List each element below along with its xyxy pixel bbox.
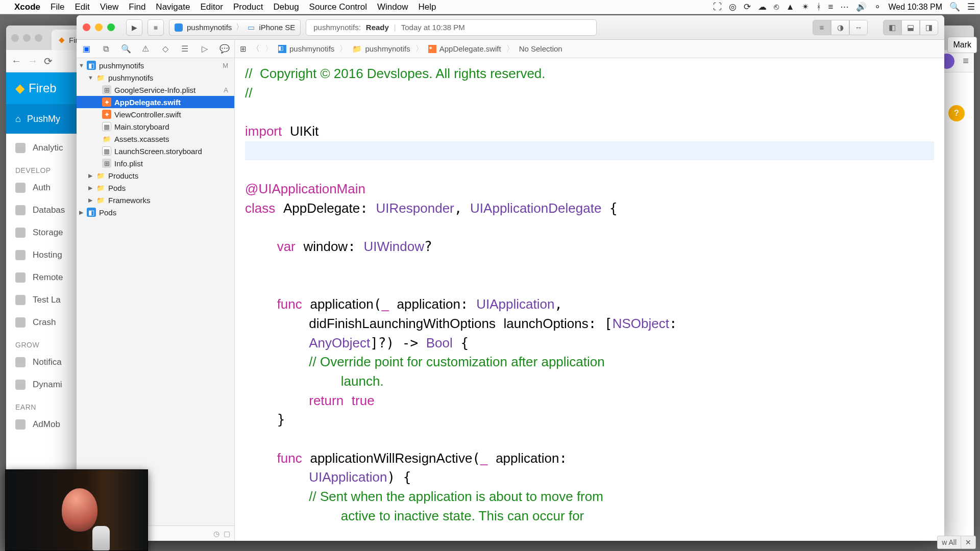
- file-tree[interactable]: ▼◧ pushmynotifs M ▼📁 pushmynotifs ⊞ Goog…: [77, 58, 234, 525]
- tree-row-file[interactable]: 📁 Assets.xcassets: [77, 133, 234, 145]
- sidebar-item-analytics[interactable]: Analytic: [6, 137, 82, 159]
- scm-filter-icon[interactable]: ▢: [224, 530, 230, 538]
- jumpbar-project[interactable]: ◧ pushmynotifs: [278, 44, 334, 53]
- traffic-dot[interactable]: [35, 34, 42, 42]
- sidebar-item-testlab[interactable]: Test La: [6, 289, 82, 311]
- tree-row-group[interactable]: ▶📁 Products: [77, 169, 234, 182]
- back-icon[interactable]: ←: [11, 55, 21, 67]
- tree-row-file[interactable]: ▦ Main.storyboard: [77, 120, 234, 133]
- jump-bar[interactable]: ⊞ 〈 〉 ◧ pushmynotifs 〉 📁 pushmynotifs 〉 …: [235, 40, 944, 58]
- scheme-selector[interactable]: pushmynotifs 〉 ▭ iPhone SE: [169, 19, 301, 36]
- menu-help[interactable]: Help: [418, 2, 436, 12]
- breakpoint-navigator-icon[interactable]: ▷: [198, 44, 211, 54]
- close-button[interactable]: [83, 23, 90, 31]
- related-items-icon[interactable]: ⊞: [240, 44, 247, 54]
- jump-forward-icon[interactable]: 〉: [265, 43, 273, 54]
- debug-navigator-icon[interactable]: ☰: [178, 44, 191, 54]
- volume-icon[interactable]: 🔊: [856, 2, 867, 12]
- sidebar-item-database[interactable]: Databas: [6, 199, 82, 221]
- project-navigator-icon[interactable]: ▣: [80, 44, 93, 54]
- menu-navigate[interactable]: Navigate: [156, 2, 190, 12]
- wifi-icon[interactable]: ⚬: [874, 2, 881, 12]
- menu-view[interactable]: View: [100, 2, 119, 12]
- menu-debug[interactable]: Debug: [273, 2, 299, 12]
- menubar-clock[interactable]: Wed 10:38 PM: [888, 3, 942, 12]
- menu-editor[interactable]: Editor: [200, 2, 223, 12]
- zoom-button[interactable]: [107, 23, 115, 31]
- mark-button[interactable]: Mark: [947, 37, 977, 53]
- toggle-navigator-button[interactable]: ◧: [883, 20, 901, 35]
- pill-all[interactable]: w All: [938, 536, 961, 548]
- jump-back-icon[interactable]: 〈: [252, 43, 260, 54]
- minimize-button[interactable]: [95, 23, 103, 31]
- toggle-utilities-button[interactable]: ◨: [920, 20, 938, 35]
- status-icon[interactable]: ⛶: [713, 2, 722, 12]
- bottom-pill[interactable]: w All ✕: [937, 536, 976, 549]
- spotlight-icon[interactable]: 🔍: [949, 2, 960, 12]
- menu-product[interactable]: Product: [233, 2, 263, 12]
- sidebar-item-dynamic[interactable]: Dynami: [6, 373, 82, 396]
- app-name[interactable]: Xcode: [14, 2, 40, 12]
- status-icon[interactable]: ⎋: [774, 2, 779, 12]
- menu-source-control[interactable]: Source Control: [309, 2, 367, 12]
- tree-label: AppDelegate.swift: [114, 98, 181, 107]
- run-button[interactable]: [126, 19, 142, 36]
- sidebar-item-remote[interactable]: Remote: [6, 266, 82, 289]
- sidebar-item-notifications[interactable]: Notifica: [6, 351, 82, 373]
- status-icon[interactable]: ≡: [828, 2, 834, 12]
- test-navigator-icon[interactable]: ◇: [159, 44, 172, 54]
- sidebar-item-admob[interactable]: AdMob: [6, 413, 82, 436]
- sidebar-item-crash[interactable]: Crash: [6, 311, 82, 334]
- sidebar-item-auth[interactable]: Auth: [6, 177, 82, 199]
- status-icon[interactable]: ⋯: [840, 2, 849, 12]
- jumpbar-group[interactable]: 📁 pushmynotifs: [352, 44, 410, 54]
- pill-close[interactable]: ✕: [961, 536, 975, 548]
- menu-edit[interactable]: Edit: [75, 2, 89, 12]
- tree-row-file[interactable]: ⊞ Info.plist: [77, 157, 234, 169]
- code-func: applicationWillResignActive: [310, 450, 472, 466]
- traffic-dot[interactable]: [23, 34, 31, 42]
- reload-icon[interactable]: ⟳: [44, 55, 53, 67]
- sidebar-item-hosting[interactable]: Hosting: [6, 244, 82, 266]
- tree-row-file[interactable]: ▦ LaunchScreen.storyboard: [77, 145, 234, 157]
- stop-button[interactable]: [148, 19, 164, 36]
- jumpbar-file[interactable]: ✦ AppDelegate.swift: [428, 44, 501, 53]
- status-icon[interactable]: ☁︎: [758, 2, 767, 12]
- help-icon[interactable]: ?: [948, 105, 965, 121]
- tree-row-file[interactable]: ✦ ViewController.swift: [77, 108, 234, 120]
- jumpbar-selection[interactable]: No Selection: [519, 44, 562, 53]
- report-navigator-icon[interactable]: 💬: [218, 44, 231, 54]
- assistant-editor-button[interactable]: ◑: [831, 20, 849, 35]
- tree-row-file-selected[interactable]: ✦ AppDelegate.swift: [77, 96, 234, 108]
- status-icon[interactable]: ✴︎: [802, 2, 809, 12]
- menu-file[interactable]: File: [51, 2, 64, 12]
- toggle-debug-button[interactable]: ⬓: [901, 20, 920, 35]
- sidebar-item-storage[interactable]: Storage: [6, 221, 82, 244]
- symbol-navigator-icon[interactable]: ⧉: [100, 44, 113, 54]
- status-icon[interactable]: ⟳: [744, 2, 751, 12]
- tree-row-group[interactable]: ▶📁 Pods: [77, 182, 234, 194]
- version-editor-button[interactable]: ↔: [849, 20, 868, 35]
- bluetooth-icon[interactable]: ᚼ: [816, 2, 821, 12]
- menu-window[interactable]: Window: [377, 2, 408, 12]
- status-icon[interactable]: ◎: [729, 2, 737, 12]
- standard-editor-button[interactable]: ≡: [813, 20, 831, 35]
- recent-filter-icon[interactable]: ◷: [213, 530, 219, 538]
- tree-row-group[interactable]: ▼📁 pushmynotifs: [77, 71, 234, 84]
- issue-navigator-icon[interactable]: ⚠: [139, 44, 152, 54]
- tree-row-group[interactable]: ▶📁 Frameworks: [77, 194, 234, 206]
- firebase-project-selector[interactable]: ⌂ PushMy: [6, 104, 82, 134]
- traffic-dot[interactable]: [11, 34, 19, 42]
- firebase-sidebar: ◆ Fireb ⌂ PushMy Analytic DEVELOP Auth D…: [6, 72, 83, 536]
- menu-find[interactable]: Find: [129, 2, 145, 12]
- tree-row-project[interactable]: ▼◧ pushmynotifs M: [77, 59, 234, 71]
- status-icon[interactable]: ▲: [786, 2, 795, 12]
- notification-center-icon[interactable]: ☰: [967, 2, 975, 12]
- forward-icon[interactable]: →: [28, 55, 38, 67]
- project-icon: ◧: [278, 45, 286, 53]
- menu-icon[interactable]: ≡: [963, 55, 969, 67]
- find-navigator-icon[interactable]: 🔍: [119, 44, 133, 54]
- tree-row-file[interactable]: ⊞ GoogleService-Info.plist A: [77, 84, 234, 96]
- tree-row-project[interactable]: ▶◧ Pods: [77, 206, 234, 218]
- source-editor[interactable]: // Copyright © 2016 Devslopes. All right…: [235, 58, 944, 541]
